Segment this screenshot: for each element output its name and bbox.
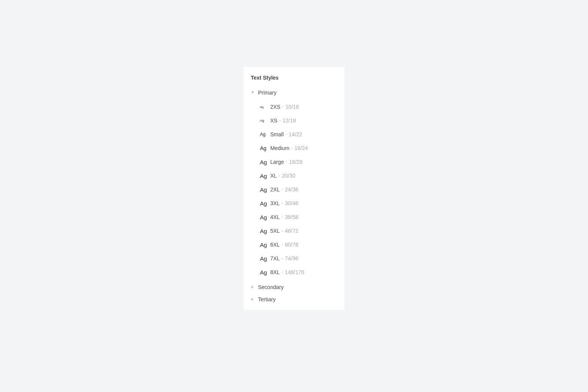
separator: · xyxy=(280,200,285,206)
style-dims: 38/58 xyxy=(285,214,298,220)
style-dims: 12/18 xyxy=(283,118,296,124)
ag-preview-icon: Ag xyxy=(260,228,267,234)
style-name: Medium xyxy=(270,145,289,151)
ag-preview-icon: Ag xyxy=(260,132,267,137)
style-name: 3XL xyxy=(270,200,280,206)
text-style-row[interactable]: Ag 6XL · 60/78 xyxy=(249,238,339,252)
ag-preview-icon: Ag xyxy=(260,105,267,109)
chevron-down-icon xyxy=(251,91,255,95)
style-name: 6XL xyxy=(270,242,280,248)
separator: · xyxy=(280,255,285,261)
separator: · xyxy=(280,103,285,110)
style-name: Large xyxy=(270,159,284,165)
ag-preview-icon: Ag xyxy=(260,145,267,151)
text-style-row[interactable]: Ag 4XL · 38/58 xyxy=(249,210,339,224)
style-text: Small · 14/22 xyxy=(270,131,302,138)
style-text: 2XL · 24/36 xyxy=(270,186,298,193)
style-text: 8XL · 148/176 xyxy=(270,269,304,276)
style-dims: 10/16 xyxy=(286,104,299,110)
style-dims: 24/36 xyxy=(285,186,298,193)
category-label: Primary xyxy=(258,90,276,96)
text-styles-panel: Text Styles Primary Ag 2XS · 10/16 Ag XS… xyxy=(243,67,345,310)
text-style-row[interactable]: Ag 2XL · 24/36 xyxy=(249,183,339,196)
style-name: Small xyxy=(270,131,284,137)
category-label: Tertiary xyxy=(258,296,276,302)
style-dims: 60/78 xyxy=(285,242,298,248)
style-text: 5XL · 48/72 xyxy=(270,227,298,234)
category-row-secondary[interactable]: Secondary xyxy=(249,282,339,292)
style-text: 6XL · 60/78 xyxy=(270,241,298,248)
style-dims: 18/28 xyxy=(289,159,302,165)
text-style-row[interactable]: Ag Small · 14/22 xyxy=(249,127,339,141)
ag-preview-icon: Ag xyxy=(260,200,267,207)
category-label: Secondary xyxy=(258,284,284,290)
text-style-row[interactable]: Ag 8XL · 148/176 xyxy=(249,265,339,279)
style-dims: 30/46 xyxy=(285,200,298,206)
ag-preview-icon: Ag xyxy=(260,214,267,220)
style-text: 3XL · 30/46 xyxy=(270,200,298,207)
style-dims: 16/24 xyxy=(294,145,308,151)
style-dims: 48/72 xyxy=(285,228,298,234)
style-name: XS xyxy=(270,118,278,124)
text-style-row[interactable]: Ag XS · 12/18 xyxy=(249,114,339,127)
text-style-row[interactable]: Ag 5XL · 48/72 xyxy=(249,224,339,238)
ag-preview-icon: Ag xyxy=(260,269,267,276)
separator: · xyxy=(284,131,289,137)
style-name: XL xyxy=(270,173,277,179)
separator: · xyxy=(284,158,289,165)
style-dims: 14/22 xyxy=(289,131,302,137)
ag-preview-icon: Ag xyxy=(260,159,267,165)
category-row-primary[interactable]: Primary xyxy=(249,88,339,98)
separator: · xyxy=(280,269,285,275)
panel-title: Text Styles xyxy=(249,75,339,81)
text-style-row[interactable]: Ag 3XL · 30/46 xyxy=(249,196,339,210)
chevron-right-icon xyxy=(251,285,255,289)
separator: · xyxy=(280,214,285,220)
style-text: 2XS · 10/16 xyxy=(270,103,299,110)
style-dims: 74/96 xyxy=(285,255,298,261)
style-name: 5XL xyxy=(270,228,280,234)
style-text: XS · 12/18 xyxy=(270,117,296,124)
chevron-right-icon xyxy=(251,297,255,301)
separator: · xyxy=(278,117,283,124)
style-text: XL · 20/30 xyxy=(270,172,296,179)
style-name: 2XS xyxy=(270,104,280,110)
style-text: Large · 18/28 xyxy=(270,158,302,165)
text-style-row[interactable]: Ag 7XL · 74/96 xyxy=(249,252,339,265)
style-name: 2XL xyxy=(270,186,280,193)
text-style-row[interactable]: Ag Medium · 16/24 xyxy=(249,141,339,155)
ag-preview-icon: Ag xyxy=(260,255,267,262)
separator: · xyxy=(289,145,294,151)
style-dims: 148/176 xyxy=(285,269,304,275)
style-name: 7XL xyxy=(270,255,280,261)
text-style-row[interactable]: Ag 2XS · 10/16 xyxy=(249,100,339,114)
style-text: 7XL · 74/96 xyxy=(270,255,298,262)
ag-preview-icon: Ag xyxy=(260,242,267,248)
style-list-primary: Ag 2XS · 10/16 Ag XS · 12/18 Ag Small · … xyxy=(249,100,339,279)
ag-preview-icon: Ag xyxy=(260,119,267,122)
style-dims: 20/30 xyxy=(282,173,295,179)
style-text: 4XL · 38/58 xyxy=(270,214,298,220)
style-name: 4XL xyxy=(270,214,280,220)
style-text: Medium · 16/24 xyxy=(270,145,308,152)
text-style-row[interactable]: Ag Large · 18/28 xyxy=(249,155,339,169)
ag-preview-icon: Ag xyxy=(260,173,267,179)
separator: · xyxy=(280,186,285,193)
style-name: 8XL xyxy=(270,269,280,275)
text-style-row[interactable]: Ag XL · 20/30 xyxy=(249,169,339,183)
ag-preview-icon: Ag xyxy=(260,186,267,193)
separator: · xyxy=(280,241,285,248)
category-row-tertiary[interactable]: Tertiary xyxy=(249,294,339,304)
separator: · xyxy=(277,172,282,179)
separator: · xyxy=(280,227,285,234)
